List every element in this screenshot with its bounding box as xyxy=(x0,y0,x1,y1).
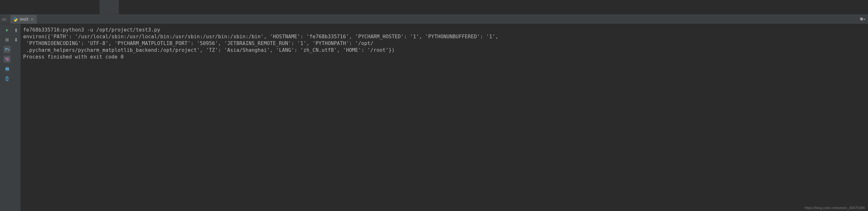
svg-rect-7 xyxy=(6,67,8,68)
panel-label: un: xyxy=(0,17,9,22)
console-line: 'PYTHONIOENCODING': 'UTF-8', 'PYCHARM_MA… xyxy=(23,40,868,47)
soft-wrap-button[interactable] xyxy=(3,56,10,63)
console-output[interactable]: fe768b335716:python3 -u /opt/project/tes… xyxy=(21,24,868,211)
svg-point-0 xyxy=(14,17,15,18)
run-tab-test3[interactable]: test3 × xyxy=(10,15,37,24)
console-line: environ({'PATH': '/usr/local/sbin:/usr/l… xyxy=(23,33,868,40)
gutter-left xyxy=(0,24,3,211)
svg-rect-3 xyxy=(5,48,8,49)
svg-rect-4 xyxy=(5,50,7,50)
top-bar-right-dark xyxy=(119,0,868,14)
main-area: fe768b335716:python3 -u /opt/project/tes… xyxy=(0,24,868,211)
svg-rect-5 xyxy=(5,58,9,58)
top-bar xyxy=(0,0,868,15)
console-line: Process finished with exit code 0 xyxy=(23,54,868,60)
rerun-button[interactable] xyxy=(3,27,10,34)
print-button[interactable] xyxy=(3,65,10,72)
console-toolbar xyxy=(3,24,11,211)
console-line: .pycharm_helpers/pycharm_matplotlib_back… xyxy=(23,47,868,54)
watermark: https://blog.csdn.net/weixin_40475396 xyxy=(805,206,865,210)
svg-point-1 xyxy=(16,21,16,21)
tab-label: test3 xyxy=(20,17,28,22)
stop-button[interactable] xyxy=(3,36,10,44)
svg-rect-2 xyxy=(5,38,9,42)
gear-icon xyxy=(859,17,864,22)
up-arrow-button[interactable] xyxy=(12,27,20,34)
close-icon[interactable]: × xyxy=(30,17,34,22)
console-line: fe768b335716:python3 -u /opt/project/tes… xyxy=(23,27,868,33)
auto-scroll-button[interactable] xyxy=(3,46,10,53)
console-toolbar-2 xyxy=(11,24,21,211)
trash-button[interactable] xyxy=(3,75,10,82)
svg-rect-11 xyxy=(6,77,8,77)
panel-settings[interactable]: ▾ xyxy=(859,17,865,22)
svg-rect-6 xyxy=(5,59,9,59)
python-icon xyxy=(13,17,18,22)
top-bar-left-dark xyxy=(0,0,100,14)
down-arrow-button[interactable] xyxy=(12,36,20,44)
svg-rect-9 xyxy=(6,70,8,71)
run-panel-tab-row: un: test3 × ▾ xyxy=(0,15,868,24)
